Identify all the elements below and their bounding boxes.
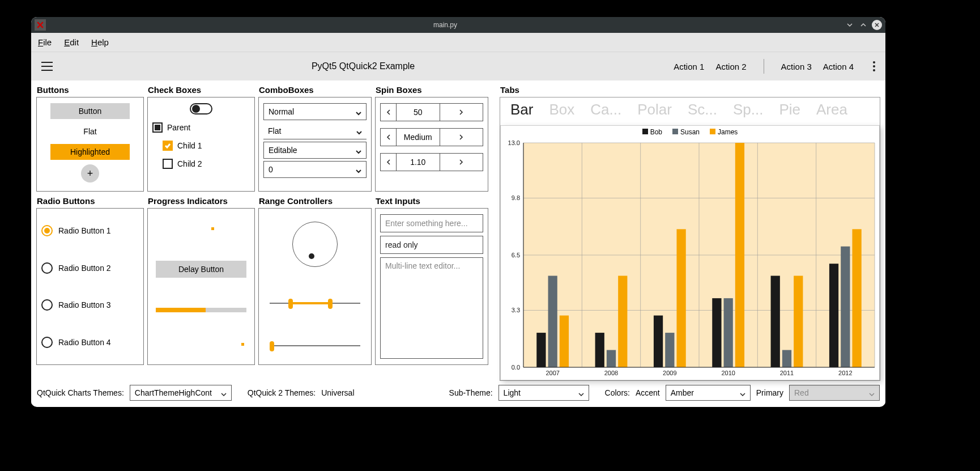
section-title-progress: Progress Indicators [148, 196, 255, 206]
chart-panel: BobSusanJames 0.03.36.59.813.02007200820… [500, 125, 880, 380]
combo-number[interactable]: 0 [263, 161, 367, 178]
bar-chart: 0.03.36.59.813.0200720082009201020112012 [501, 138, 879, 380]
checkboxes-panel: Parent Child 1 Child 2 [147, 97, 255, 192]
bottom-bar: QtQuick Charts Themes: ChartThemeHighCon… [31, 381, 885, 405]
buttons-panel: Button Flat Highlighted + [36, 97, 144, 192]
spin-increment-button[interactable] [440, 154, 483, 171]
svg-rect-30 [654, 316, 663, 367]
svg-rect-28 [536, 333, 546, 367]
svg-text:2009: 2009 [663, 370, 676, 376]
radio-4-label: Radio Button 4 [58, 338, 111, 347]
combo-editable[interactable]: Editable [263, 142, 367, 159]
dial-control[interactable] [292, 222, 338, 267]
menu-edit[interactable]: Edit [64, 37, 79, 47]
charts-theme-combo[interactable]: ChartThemeHighCont [130, 385, 232, 401]
legend-item: Bob [642, 128, 662, 136]
action-2-button[interactable]: Action 2 [715, 62, 746, 71]
tabs-bar: BarBoxCa...PolarSc...Sp...PieArea [500, 97, 880, 120]
checkbox-child1-label: Child 1 [177, 141, 202, 150]
svg-rect-38 [782, 350, 791, 367]
radio-1[interactable] [41, 225, 53, 236]
radio-2-label: Radio Button 2 [58, 264, 111, 273]
spin-decrement-button[interactable] [381, 104, 397, 121]
titlebar: main.py [31, 17, 885, 33]
slider[interactable] [270, 340, 360, 351]
section-title-buttons: Buttons [37, 85, 144, 95]
svg-text:2011: 2011 [780, 370, 794, 376]
combos-panel: Normal Flat Editable 0 [258, 97, 372, 192]
radio-1-label: Radio Button 1 [58, 226, 111, 235]
standard-button[interactable]: Button [50, 103, 130, 119]
hamburger-icon[interactable] [41, 62, 53, 71]
svg-rect-37 [724, 298, 733, 367]
minimize-button[interactable] [845, 20, 855, 30]
window-title: main.py [46, 21, 845, 29]
spinbox-int[interactable]: 50 [380, 103, 483, 121]
spin-increment-button[interactable] [440, 129, 483, 146]
svg-rect-32 [771, 276, 780, 367]
primary-combo[interactable]: Red [789, 385, 880, 401]
spin-increment-button[interactable] [440, 104, 483, 121]
close-button[interactable] [872, 20, 882, 30]
spinbox-float[interactable]: 1.10 [380, 153, 483, 171]
busy-indicator [211, 227, 214, 230]
delay-button[interactable]: Delay Button [156, 261, 246, 278]
svg-rect-39 [841, 247, 850, 367]
app-title: PyQt5 QtQuick2 Example [53, 61, 674, 71]
text-panel: Enter something here... read only Multi-… [375, 208, 488, 365]
spin-decrement-button[interactable] [381, 154, 397, 171]
radio-3[interactable] [41, 299, 53, 311]
subtheme-combo[interactable]: Light [498, 385, 589, 401]
menu-help[interactable]: Help [91, 37, 109, 47]
tab-sp[interactable]: Sp... [733, 101, 763, 118]
chevron-down-icon [356, 128, 362, 134]
combo-editable-value: Editable [269, 146, 297, 155]
action-1-button[interactable]: Action 1 [674, 62, 704, 71]
tab-area[interactable]: Area [816, 101, 847, 118]
range-panel [258, 208, 372, 365]
legend-item: James [710, 128, 738, 136]
maximize-button[interactable] [858, 20, 868, 30]
toggle-switch[interactable] [190, 103, 212, 114]
combo-flat[interactable]: Flat [263, 122, 367, 139]
qtquick-theme-value: Universal [321, 388, 354, 397]
action-3-button[interactable]: Action 3 [781, 62, 812, 71]
tab-sc[interactable]: Sc... [688, 101, 717, 118]
spinbox-enum-value: Medium [397, 133, 440, 142]
action-4-button[interactable]: Action 4 [823, 62, 854, 71]
checkbox-parent[interactable] [152, 122, 163, 133]
accent-combo[interactable]: Amber [666, 385, 751, 401]
radio-2[interactable] [41, 262, 53, 274]
flat-button[interactable]: Flat [50, 124, 130, 139]
chevron-down-icon [740, 390, 745, 396]
tab-pie[interactable]: Pie [779, 101, 800, 118]
spin-decrement-button[interactable] [381, 129, 397, 146]
spinbox-enum[interactable]: Medium [380, 128, 483, 146]
busy-indicator-2 [241, 343, 244, 346]
svg-rect-44 [794, 276, 803, 367]
subtheme-value: Light [504, 388, 521, 397]
overflow-menu-icon[interactable] [873, 61, 875, 71]
accent-label: Accent [636, 388, 660, 397]
checkbox-child1[interactable] [163, 141, 173, 151]
svg-rect-41 [618, 276, 627, 367]
spins-panel: 50 Medium 1.10 [375, 97, 488, 192]
menu-file[interactable]: File [38, 37, 52, 47]
svg-rect-34 [548, 276, 557, 367]
range-slider[interactable] [270, 298, 360, 309]
app-icon [35, 19, 46, 31]
combo-normal[interactable]: Normal [263, 103, 367, 120]
tab-bar[interactable]: Bar [510, 101, 533, 118]
tab-ca[interactable]: Ca... [590, 101, 621, 118]
text-input[interactable]: Enter something here... [380, 214, 483, 232]
svg-text:2012: 2012 [838, 370, 852, 376]
round-plus-button[interactable]: + [81, 164, 99, 183]
text-area[interactable]: Multi-line text editor... [380, 257, 483, 359]
radio-4[interactable] [41, 337, 53, 348]
checkbox-child2[interactable] [163, 159, 173, 169]
combo-number-value: 0 [269, 165, 273, 174]
tab-polar[interactable]: Polar [637, 101, 672, 118]
tab-box[interactable]: Box [549, 101, 574, 118]
highlighted-button[interactable]: Highlighted [50, 144, 130, 160]
progress-bar [156, 308, 246, 312]
